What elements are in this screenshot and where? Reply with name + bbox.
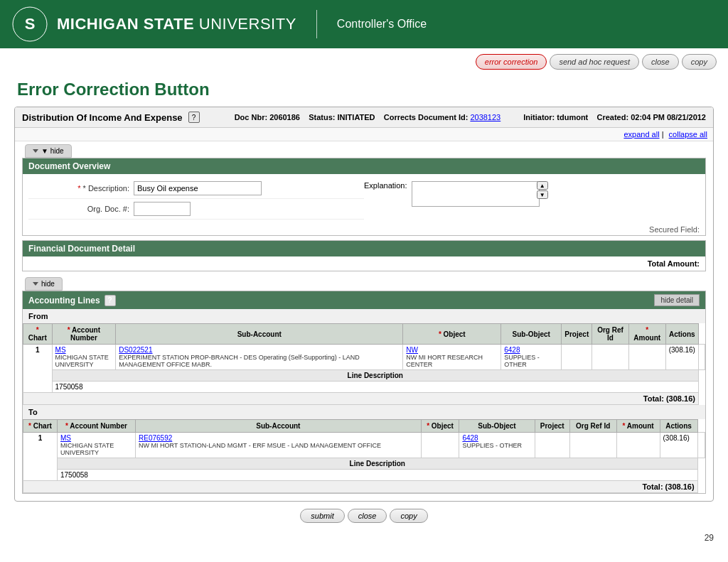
accounting-lines-section: Accounting Lines ? hide detail From * Ch…	[22, 291, 706, 494]
doc-overview-hide-tab[interactable]: ▼ hide	[25, 144, 72, 158]
col-project: Project	[562, 324, 592, 345]
explanation-textarea[interactable]	[412, 181, 540, 207]
header-divider	[316, 10, 317, 38]
acct-tab-area: hide	[19, 277, 709, 291]
to-line-desc-row: Line Description	[23, 458, 705, 470]
doc-nbr-meta: Doc Nbr: 2060186 Status: INITIATED Corre…	[235, 113, 501, 121]
financial-content: Financial Document Detail Total Amount:	[22, 240, 706, 271]
total-amount-label: Total Amount:	[648, 259, 700, 268]
from-chart-link[interactable]: MS	[55, 346, 66, 354]
col-actions: Actions	[665, 324, 698, 345]
from-total-row: Total: (308.16)	[23, 393, 705, 405]
to-object-link[interactable]: 6428	[462, 434, 478, 442]
to-amount-cell: (308.16)	[660, 433, 697, 458]
doc-header-right: Doc Nbr: 2060186 Status: INITIATED Corre…	[235, 113, 706, 121]
description-row: * * Description:	[28, 178, 364, 199]
acct-hide-tab[interactable]: hide	[25, 277, 63, 291]
col-object: * Object	[403, 324, 501, 345]
svg-text:S: S	[25, 15, 36, 33]
expand-all-link[interactable]: expand all	[623, 130, 659, 139]
to-col-actions: Actions	[660, 420, 697, 433]
from-total-cell: Total: (308.16)	[23, 393, 699, 405]
acct-help-icon[interactable]: ?	[105, 295, 116, 306]
explanation-textarea-wrapper: ▲ ▼	[412, 181, 540, 209]
to-col-org-ref-id: Org Ref Id	[569, 420, 616, 433]
from-line-desc-row: Line Description	[23, 370, 705, 382]
error-correction-btn[interactable]: error correction	[476, 54, 547, 70]
col-sub-object: Sub-Object	[501, 324, 562, 345]
hide-detail-btn[interactable]: hide detail	[654, 294, 700, 306]
to-chart-link[interactable]: MS	[60, 434, 71, 442]
secured-field-row: Secured Field:	[23, 224, 705, 235]
to-subobject-cell	[535, 433, 569, 458]
financial-header: Financial Document Detail	[23, 241, 705, 256]
from-row-num: 1	[23, 345, 53, 393]
textarea-scroll-up[interactable]: ▲	[537, 181, 548, 190]
corrects-id-link[interactable]: 2038123	[470, 113, 500, 121]
submit-btn[interactable]: submit	[300, 509, 344, 523]
doc-overview-section-header: Document Overview	[23, 158, 705, 174]
from-label: From	[23, 309, 705, 323]
from-account-link[interactable]: DS022521	[119, 346, 152, 354]
doc-help-icon[interactable]: ?	[188, 112, 200, 123]
from-object-link[interactable]: 6428	[504, 346, 520, 354]
copy-btn-top[interactable]: copy	[682, 54, 717, 70]
from-actions-cell	[698, 345, 705, 370]
from-chart-cell: MS MICHIGAN STATEUNIVERSITY	[52, 345, 116, 370]
copy-btn-bottom[interactable]: copy	[390, 509, 427, 523]
page-title: Error Correction Button	[0, 75, 728, 107]
acct-triangle-icon	[33, 282, 38, 286]
send-adhoc-btn[interactable]: send ad hoc request	[550, 54, 639, 70]
to-col-account-number: * Account Number	[57, 420, 135, 433]
org-doc-input[interactable]	[134, 202, 191, 216]
document-container: Distribution Of Income And Expense ? Doc…	[14, 107, 714, 502]
to-col-project: Project	[535, 420, 569, 433]
header-subtitle: Controller's Office	[337, 18, 427, 31]
to-total-cell: Total: (308.16)	[23, 481, 698, 493]
from-table: * Chart * Account Number Sub-Account * O…	[23, 323, 705, 405]
from-line-desc-value: 1750058	[52, 382, 698, 393]
bottom-actions-bar: submit close copy	[0, 502, 728, 530]
total-amount-row: Total Amount:	[23, 256, 705, 271]
to-line-desc-value-row: 1750058	[23, 470, 705, 481]
to-label: To	[23, 405, 705, 419]
col-amount: * Amount	[628, 324, 665, 345]
close-btn-top[interactable]: close	[642, 54, 679, 70]
from-account-cell: DS022521 EXPERIMENT STATION PROP-BRANCH …	[116, 345, 403, 370]
triangle-down-icon	[33, 149, 38, 153]
page-number: 29	[0, 530, 728, 546]
expand-collapse-bar: expand all | collapse all	[15, 128, 713, 141]
from-subaccount-link[interactable]: NW	[406, 346, 418, 354]
to-account-cell: RE076592 NW MI HORT STATION-LAND MGMT - …	[136, 433, 422, 458]
to-chart-cell: MS MICHIGAN STATEUNIVERSITY	[57, 433, 135, 458]
form-left: * * Description: Org. Doc. #:	[28, 178, 364, 220]
col-account-number: * Account Number	[52, 324, 116, 345]
to-col-object: * Object	[421, 420, 459, 433]
to-line-desc-value: 1750058	[57, 470, 697, 481]
description-input[interactable]	[134, 181, 262, 195]
from-project-cell	[592, 345, 629, 370]
from-amount-cell: (308.16)	[665, 345, 698, 370]
collapse-all-link[interactable]: collapse all	[669, 130, 707, 139]
top-actions-bar: error correction send ad hoc request clo…	[0, 48, 728, 75]
explanation-label: Explanation:	[364, 181, 412, 190]
document-header-bar: Distribution Of Income And Expense ? Doc…	[15, 107, 713, 128]
col-chart: * Chart	[23, 324, 53, 345]
spartan-helmet-icon: S	[11, 6, 48, 43]
to-actions-cell	[697, 433, 705, 458]
to-col-sub-object: Sub-Object	[459, 420, 535, 433]
doc-overview-content: Document Overview * * Description: Org. …	[22, 158, 706, 236]
to-row-num: 1	[23, 433, 58, 481]
to-account-link[interactable]: RE076592	[139, 434, 172, 442]
close-btn-bottom[interactable]: close	[348, 509, 387, 523]
to-subaccount-cell	[421, 433, 459, 458]
doc-overview-form: * * Description: Org. Doc. #: Explanatio…	[23, 174, 705, 224]
header-university-name: MICHIGAN STATE UNIVERSITY	[57, 15, 296, 33]
to-col-chart: * Chart	[23, 420, 58, 433]
to-object-cell: 6428 SUPPLIES - OTHER	[459, 433, 535, 458]
from-line-desc-value-row: 1750058	[23, 382, 705, 393]
to-row-1: 1 MS MICHIGAN STATEUNIVERSITY RE076592 N…	[23, 433, 705, 458]
from-subaccount-cell: NW NW MI HORT RESEARCH CENTER	[403, 345, 501, 370]
to-total-row: Total: (308.16)	[23, 481, 705, 493]
textarea-scroll-down[interactable]: ▼	[537, 190, 548, 199]
